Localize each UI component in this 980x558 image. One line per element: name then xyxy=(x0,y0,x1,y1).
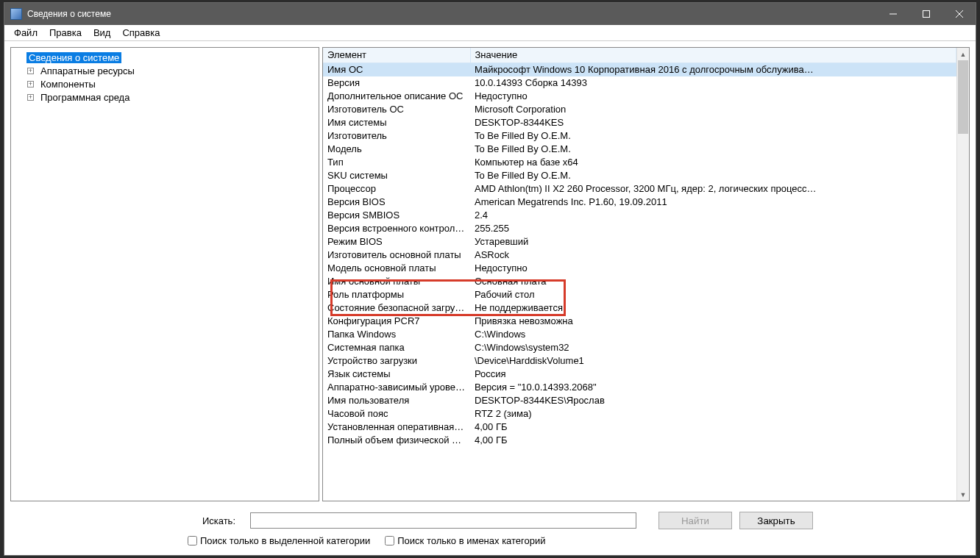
find-button[interactable]: Найти xyxy=(658,512,732,529)
scroll-up-icon[interactable]: ▲ xyxy=(957,48,969,60)
cell-value: To Be Filled By O.E.M. xyxy=(470,129,956,143)
table-row[interactable]: Изготовитель ОСMicrosoft Corporation xyxy=(323,103,956,116)
table-row[interactable]: Полный объем физической па…4,00 ГБ xyxy=(323,434,956,447)
close-search-button[interactable]: Закрыть xyxy=(739,512,813,529)
table-row[interactable]: Системная папкаC:\Windows\system32 xyxy=(323,341,956,354)
cell-value: 2.4 xyxy=(470,209,956,222)
cell-element: Имя основной платы xyxy=(323,275,470,288)
cell-element: Полный объем физической па… xyxy=(323,434,470,447)
cell-value: Привязка невозможна xyxy=(470,315,956,328)
cell-element: Состояние безопасной загруз… xyxy=(323,301,470,315)
cell-element: Системная папка xyxy=(323,341,470,354)
table-row[interactable]: Режим BIOSУстаревший xyxy=(323,235,956,248)
vertical-scrollbar[interactable]: ▲ ▼ xyxy=(956,48,969,501)
cell-element: Изготовитель xyxy=(323,129,470,143)
table-row[interactable]: Версия встроенного контролл…255.255 xyxy=(323,222,956,235)
cell-element: Изготовитель ОС xyxy=(323,103,470,116)
cell-value: 10.0.14393 Сборка 14393 xyxy=(470,76,956,90)
tree-expand-icon[interactable]: + xyxy=(26,66,35,76)
tree-node-software[interactable]: + Программная среда xyxy=(14,90,316,104)
cell-element: SKU системы xyxy=(323,169,470,182)
cell-element: Часовой пояс xyxy=(323,407,470,421)
search-input[interactable] xyxy=(250,512,636,529)
cell-element: Имя ОС xyxy=(323,62,470,76)
cell-element: Аппаратно-зависимый уровен… xyxy=(323,381,470,394)
minimize-button[interactable] xyxy=(876,3,909,25)
col-value[interactable]: Значение xyxy=(470,48,956,62)
chk-selected-category-box[interactable] xyxy=(188,536,197,546)
table-row[interactable]: Часовой поясRTZ 2 (зима) xyxy=(323,407,956,421)
cell-element: Дополнительное описание ОС xyxy=(323,90,470,103)
maximize-button[interactable] xyxy=(909,3,942,25)
cell-value: AMD Athlon(tm) II X2 260 Processor, 3200… xyxy=(470,182,956,196)
cell-value: American Megatrends Inc. P1.60, 19.09.20… xyxy=(470,196,956,209)
table-row[interactable]: Изготовитель основной платыASRock xyxy=(323,248,956,262)
table-row[interactable]: Устройство загрузки\Device\HarddiskVolum… xyxy=(323,354,956,368)
cell-value: C:\Windows xyxy=(470,328,956,341)
scrollbar-thumb[interactable] xyxy=(958,60,968,134)
cell-value: Рабочий стол xyxy=(470,288,956,301)
table-row[interactable]: МодельTo Be Filled By O.E.M. xyxy=(323,143,956,156)
table-row[interactable]: Имя пользователяDESKTOP-8344KES\Ярослав xyxy=(323,394,956,407)
table-row[interactable]: Состояние безопасной загруз…Не поддержив… xyxy=(323,301,956,315)
table-row[interactable]: Конфигурация PCR7Привязка невозможна xyxy=(323,315,956,328)
menu-edit[interactable]: Правка xyxy=(43,26,88,40)
tree-expand-icon[interactable]: + xyxy=(26,93,35,102)
cell-element: Версия xyxy=(323,76,470,90)
table-row[interactable]: Имя основной платыОсновная плата xyxy=(323,275,956,288)
table-row[interactable]: Модель основной платыНедоступно xyxy=(323,262,956,275)
table-row[interactable]: ИзготовительTo Be Filled By O.E.M. xyxy=(323,129,956,143)
cell-value: \Device\HarddiskVolume1 xyxy=(470,354,956,368)
table-row[interactable]: Имя ОСМайкрософт Windows 10 Корпоративна… xyxy=(323,62,956,76)
close-button[interactable] xyxy=(942,3,976,25)
col-element[interactable]: Элемент xyxy=(323,48,470,62)
table-row[interactable]: Версия10.0.14393 Сборка 14393 xyxy=(323,76,956,90)
svg-rect-1 xyxy=(923,11,929,18)
table-row[interactable]: Аппаратно-зависимый уровен…Версия = "10.… xyxy=(323,381,956,394)
chk-category-names-box[interactable] xyxy=(385,536,394,546)
cell-value: DESKTOP-8344KES xyxy=(470,116,956,129)
table-row[interactable]: Установленная оперативная п…4,00 ГБ xyxy=(323,421,956,434)
table-row[interactable]: SKU системыTo Be Filled By O.E.M. xyxy=(323,169,956,182)
cell-element: Имя пользователя xyxy=(323,394,470,407)
tree-node-components[interactable]: + Компоненты xyxy=(14,77,316,90)
cell-value: RTZ 2 (зима) xyxy=(470,407,956,421)
menu-view[interactable]: Вид xyxy=(88,26,117,40)
cell-element: Модель xyxy=(323,143,470,156)
cell-value: To Be Filled By O.E.M. xyxy=(470,169,956,182)
cell-element: Версия встроенного контролл… xyxy=(323,222,470,235)
cell-value: 255.255 xyxy=(470,222,956,235)
cell-element: Роль платформы xyxy=(323,288,470,301)
footer-bar: Искать: Найти Закрыть Поиск только в выд… xyxy=(4,507,976,555)
cell-element: Версия BIOS xyxy=(323,196,470,209)
cell-element: Режим BIOS xyxy=(323,235,470,248)
tree-node-hardware[interactable]: + Аппаратные ресурсы xyxy=(14,64,316,77)
cell-value: Россия xyxy=(470,368,956,381)
cell-element: Изготовитель основной платы xyxy=(323,248,470,262)
menu-file[interactable]: Файл xyxy=(8,26,43,40)
table-row[interactable]: Роль платформыРабочий стол xyxy=(323,288,956,301)
table-row[interactable]: ПроцессорAMD Athlon(tm) II X2 260 Proces… xyxy=(323,182,956,196)
table-row[interactable]: Дополнительное описание ОСНедоступно xyxy=(323,90,956,103)
table-row[interactable]: Версия SMBIOS2.4 xyxy=(323,209,956,222)
table-row[interactable]: Имя системыDESKTOP-8344KES xyxy=(323,116,956,129)
scroll-down-icon[interactable]: ▼ xyxy=(957,488,969,501)
table-row[interactable]: ТипКомпьютер на базе x64 xyxy=(323,156,956,169)
chk-category-names[interactable]: Поиск только в именах категорий xyxy=(385,535,545,546)
cell-value: Версия = "10.0.14393.2068" xyxy=(470,381,956,394)
cell-element: Установленная оперативная п… xyxy=(323,421,470,434)
table-row[interactable]: Папка WindowsC:\Windows xyxy=(323,328,956,341)
chk-selected-category[interactable]: Поиск только в выделенной категории xyxy=(188,535,370,546)
title-bar[interactable]: Сведения о системе xyxy=(4,3,976,25)
tree-expand-icon[interactable]: + xyxy=(26,79,35,89)
cell-value: Недоступно xyxy=(470,90,956,103)
tree-node-root[interactable]: Сведения о системе xyxy=(14,51,316,64)
cell-element: Версия SMBIOS xyxy=(323,209,470,222)
table-row[interactable]: Версия BIOSAmerican Megatrends Inc. P1.6… xyxy=(323,196,956,209)
cell-value: Microsoft Corporation xyxy=(470,103,956,116)
table-row[interactable]: Язык системыРоссия xyxy=(323,368,956,381)
cell-element: Модель основной платы xyxy=(323,262,470,275)
menu-help[interactable]: Справка xyxy=(116,26,166,40)
search-label: Искать: xyxy=(13,515,243,526)
cell-value: Основная плата xyxy=(470,275,956,288)
